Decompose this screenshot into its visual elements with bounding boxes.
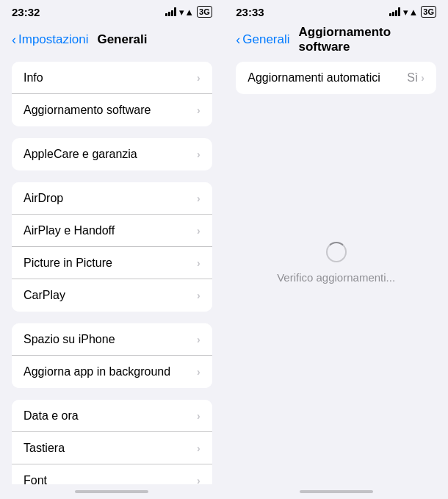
item-label: Aggiornamento software	[24, 104, 151, 117]
section-storage: Spazio su iPhone › Aggiorna app in backg…	[0, 323, 224, 388]
item-right: ›	[197, 72, 200, 84]
item-right: ›	[197, 225, 200, 237]
list-group-info: Info › Aggiornamento software ›	[12, 62, 212, 126]
list-item-pip[interactable]: Picture in Picture ›	[12, 247, 212, 279]
home-bar	[75, 490, 148, 493]
network-badge: 3G	[197, 6, 212, 18]
left-time: 23:32	[12, 6, 40, 18]
list-item-datetime[interactable]: Data e ora ›	[12, 400, 212, 432]
left-content: Info › Aggiornamento software › AppleCar…	[0, 56, 224, 484]
section-applecare: AppleCare e garanzia ›	[0, 138, 224, 170]
item-label: AirDrop	[24, 192, 63, 205]
list-item-software-update[interactable]: Aggiornamento software ›	[12, 94, 212, 126]
item-right: ›	[197, 410, 200, 422]
item-right: ›	[197, 257, 200, 269]
chevron-icon: ›	[197, 366, 200, 378]
loading-spinner	[326, 242, 347, 262]
page-title: Generali	[97, 32, 147, 47]
right-page-title: Aggiornamento software	[299, 25, 436, 54]
left-panel: 23:32 ▾▲ 3G ‹ Impostazioni Generali Info…	[0, 0, 224, 499]
chevron-icon: ›	[197, 257, 200, 269]
list-item-storage[interactable]: Spazio su iPhone ›	[12, 323, 212, 356]
item-label: AirPlay e Handoff	[24, 224, 115, 237]
right-status-icons: ▾▲ 3G	[389, 6, 436, 18]
chevron-icon: ›	[197, 442, 200, 454]
list-item-airplay[interactable]: AirPlay e Handoff ›	[12, 215, 212, 247]
list-item-font[interactable]: Font ›	[12, 464, 212, 484]
item-right: ›	[197, 193, 200, 204]
section-airdrop: AirDrop › AirPlay e Handoff › Picture in…	[0, 182, 224, 312]
right-time: 23:33	[236, 6, 264, 18]
chevron-icon: ›	[197, 334, 200, 345]
chevron-icon: ›	[197, 104, 200, 116]
spinner-text: Verifico aggiornamenti...	[277, 271, 395, 284]
chevron-back-icon: ‹	[12, 32, 16, 48]
list-item-info[interactable]: Info ›	[12, 62, 212, 94]
list-item-bg-refresh[interactable]: Aggiorna app in background ›	[12, 356, 212, 388]
list-item-applecare[interactable]: AppleCare e garanzia ›	[12, 138, 212, 170]
network-badge: 3G	[421, 6, 436, 18]
left-status-icons: ▾▲ 3G	[165, 6, 212, 18]
chevron-icon: ›	[197, 148, 200, 160]
chevron-icon: ›	[197, 193, 200, 204]
item-right: ›	[197, 334, 200, 345]
list-item-auto-updates[interactable]: Aggiornamenti automatici Sì ›	[236, 62, 436, 94]
item-label: Font	[24, 474, 47, 485]
list-group-auto-updates: Aggiornamenti automatici Sì ›	[236, 62, 436, 94]
item-right: ›	[197, 475, 200, 485]
chevron-icon: ›	[197, 290, 200, 301]
item-right: ›	[197, 148, 200, 160]
item-right: ›	[197, 104, 200, 116]
auto-updates-label: Aggiornamenti automatici	[248, 71, 380, 85]
chevron-icon: ›	[197, 225, 200, 237]
item-right: ›	[197, 290, 200, 301]
right-nav-bar: ‹ Generali Aggiornamento software	[224, 24, 448, 56]
item-label: AppleCare e garanzia	[24, 148, 137, 161]
spinner-container: Verifico aggiornamenti...	[224, 100, 448, 484]
right-back-button[interactable]: ‹ Generali	[236, 32, 289, 48]
signal-icon	[165, 7, 176, 16]
item-label: Aggiorna app in background	[24, 365, 170, 378]
list-group-airdrop: AirDrop › AirPlay e Handoff › Picture in…	[12, 182, 212, 312]
left-nav-bar: ‹ Impostazioni Generali	[0, 24, 224, 56]
right-panel: 23:33 ▾▲ 3G ‹ Generali Aggiornamento sof…	[224, 0, 448, 499]
section-info: Info › Aggiornamento software ›	[0, 62, 224, 126]
list-group-applecare: AppleCare e garanzia ›	[12, 138, 212, 170]
chevron-back-icon: ‹	[236, 32, 240, 48]
list-group-storage: Spazio su iPhone › Aggiorna app in backg…	[12, 323, 212, 388]
item-label: Picture in Picture	[24, 256, 112, 270]
section-datetime: Data e ora › Tastiera › Font ›	[0, 400, 224, 484]
chevron-icon: ›	[197, 410, 200, 422]
left-status-bar: 23:32 ▾▲ 3G	[0, 0, 224, 24]
right-home-indicator	[224, 484, 448, 499]
back-label: Impostazioni	[18, 32, 88, 47]
item-label: CarPlay	[24, 289, 65, 302]
chevron-icon: ›	[197, 72, 200, 84]
item-right: ›	[197, 442, 200, 454]
item-right: ›	[197, 366, 200, 378]
list-item-airdrop[interactable]: AirDrop ›	[12, 182, 212, 215]
chevron-icon: ›	[421, 72, 424, 84]
signal-icon	[389, 7, 400, 16]
left-home-indicator	[0, 484, 224, 499]
list-item-keyboard[interactable]: Tastiera ›	[12, 432, 212, 464]
right-back-label: Generali	[242, 32, 289, 47]
wifi-icon: ▾▲	[403, 7, 418, 18]
right-status-bar: 23:33 ▾▲ 3G	[224, 0, 448, 24]
item-right: Sì ›	[407, 71, 424, 85]
auto-updates-section: Aggiornamenti automatici Sì ›	[224, 62, 448, 94]
list-group-datetime: Data e ora › Tastiera › Font ›	[12, 400, 212, 484]
back-button[interactable]: ‹ Impostazioni	[12, 32, 88, 48]
auto-updates-value: Sì	[407, 71, 418, 85]
home-bar	[300, 490, 373, 493]
item-label: Data e ora	[24, 409, 79, 423]
chevron-icon: ›	[197, 475, 200, 485]
list-item-carplay[interactable]: CarPlay ›	[12, 279, 212, 312]
item-label: Info	[24, 71, 43, 85]
item-label: Tastiera	[24, 442, 65, 455]
wifi-icon: ▾▲	[179, 7, 194, 18]
item-label: Spazio su iPhone	[24, 333, 115, 346]
